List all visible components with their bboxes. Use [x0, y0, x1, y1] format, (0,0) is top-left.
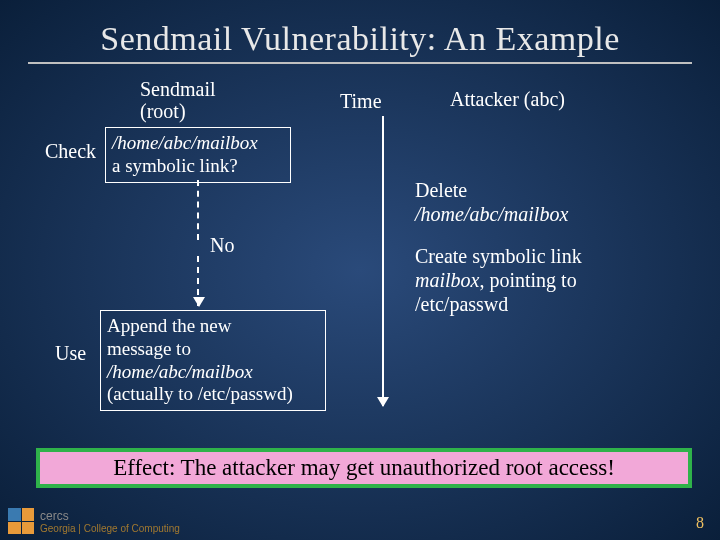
slide-title: Sendmail Vulnerability: An Example	[0, 0, 720, 62]
cercs-icon	[8, 508, 34, 534]
delete-label: Delete	[415, 178, 568, 202]
use-box: Append the new message to /home/abc/mail…	[100, 310, 326, 411]
use-path: /home/abc/mailbox	[107, 361, 319, 384]
use-line1: Append the new	[107, 315, 319, 338]
check-box: /home/abc/mailbox a symbolic link?	[105, 127, 291, 183]
use-line4: (actually to /etc/passwd)	[107, 383, 319, 406]
time-arrow	[382, 116, 384, 406]
time-label: Time	[340, 90, 382, 113]
attacker-header: Attacker (abc)	[450, 88, 565, 111]
check-question: a symbolic link?	[112, 155, 284, 178]
sendmail-header: Sendmail (root)	[140, 78, 216, 122]
content-area: Sendmail (root) Time Attacker (abc) Chec…	[0, 78, 720, 458]
sendmail-label: Sendmail	[140, 78, 216, 100]
create-line3: /etc/passwd	[415, 292, 695, 316]
attacker-delete-block: Delete /home/abc/mailbox	[415, 178, 568, 226]
root-label: (root)	[140, 100, 216, 122]
gt-text: Georgia | College of Computing	[40, 523, 180, 534]
check-path: /home/abc/mailbox	[112, 132, 284, 155]
footer-logo: cercs Georgia | College of Computing	[8, 508, 180, 534]
title-underline	[28, 62, 692, 64]
create-line2: mailbox, pointing to	[415, 268, 695, 292]
no-label: No	[210, 234, 234, 257]
use-label: Use	[55, 342, 86, 365]
dashed-arrow	[197, 256, 199, 306]
check-label: Check	[45, 140, 96, 163]
cercs-text: cercs	[40, 509, 180, 523]
use-line2: message to	[107, 338, 319, 361]
effect-banner: Effect: The attacker may get unauthorize…	[36, 448, 692, 488]
slide-number: 8	[696, 514, 704, 532]
create-line1: Create symbolic link	[415, 244, 695, 268]
attacker-create-block: Create symbolic link mailbox, pointing t…	[415, 244, 695, 316]
dashed-line-1	[197, 180, 199, 240]
delete-path: /home/abc/mailbox	[415, 202, 568, 226]
